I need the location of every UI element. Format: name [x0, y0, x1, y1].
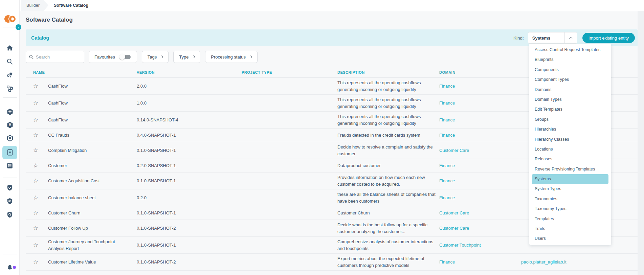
kind-option[interactable]: Systems: [532, 174, 608, 184]
import-existing-entity-button[interactable]: Import existing entity: [582, 33, 635, 43]
blueprint-icon[interactable]: [0, 85, 20, 92]
cell-description: Frauds detected in the credit cards syst…: [337, 132, 439, 139]
bell-icon[interactable]: [0, 264, 20, 272]
favourite-star-icon[interactable]: ☆: [26, 117, 48, 123]
catalog-card-icon[interactable]: [0, 148, 20, 156]
cell-domain-link[interactable]: Finance: [439, 178, 521, 184]
search-icon: [29, 54, 34, 60]
cell-domain-link[interactable]: Finance: [439, 100, 521, 107]
kind-option[interactable]: Groups: [532, 115, 608, 124]
table-row[interactable]: ☆ Customer Lifetime Value 0.1.0-SNAPSHOT…: [26, 254, 638, 271]
kind-option[interactable]: Taxonomies: [532, 194, 608, 204]
sidebar: B: [0, 0, 20, 275]
cell-name: CashFlow: [48, 100, 137, 107]
cell-name: Customer Lifetime Value: [48, 259, 137, 266]
favourite-star-icon[interactable]: ☆: [26, 178, 48, 184]
svg-text:B: B: [8, 123, 11, 127]
kind-option[interactable]: Component Types: [532, 75, 608, 85]
cell-domain-link[interactable]: Customer Touchpoint: [439, 242, 521, 249]
cell-domain-link[interactable]: Finance: [439, 162, 521, 169]
notification-dot: [13, 266, 16, 269]
kind-option[interactable]: Traits: [532, 224, 608, 234]
favourite-star-icon[interactable]: ☆: [26, 242, 48, 248]
favourite-star-icon[interactable]: ☆: [26, 83, 48, 89]
app-logo-icon[interactable]: [4, 13, 16, 26]
search-input[interactable]: [36, 54, 81, 60]
kind-option[interactable]: Taxonomy Types: [532, 204, 608, 214]
cell-domain-link[interactable]: Finance: [439, 132, 521, 139]
kind-option[interactable]: Templates: [532, 214, 608, 224]
cell-owner-link[interactable]: paolo.platter_agilelab.it: [521, 259, 638, 266]
cell-name: Customer Churn: [48, 210, 137, 216]
favourite-star-icon[interactable]: ☆: [26, 195, 48, 201]
type-label: Type: [179, 54, 188, 60]
column-header-domain[interactable]: DOMAIN: [439, 70, 521, 74]
cell-name: Customer Follow Up: [48, 225, 137, 232]
cell-domain-link[interactable]: Customer Care: [439, 210, 521, 216]
cell-description: Decide what is the best follow up for a …: [337, 222, 439, 235]
cell-version: 0.4.0-SNAPSHOT-1: [137, 132, 242, 139]
processing-status-filter[interactable]: Processing status: [205, 51, 258, 63]
cell-description: This represents all the operating cashfl…: [337, 79, 439, 93]
page-title: Software Catalog: [20, 11, 644, 29]
hexagon-plus-icon[interactable]: [0, 108, 20, 116]
sidebar-expand-button[interactable]: ›: [16, 24, 21, 30]
hexagon-target-icon[interactable]: [0, 134, 20, 142]
kind-option[interactable]: Domain Types: [532, 95, 608, 105]
cell-domain-link[interactable]: Customer Care: [439, 225, 521, 232]
cell-name: Customer: [48, 162, 137, 169]
shield-audit-icon[interactable]: [0, 211, 20, 219]
hexagon-b-icon[interactable]: B: [0, 121, 20, 129]
kind-option[interactable]: Locations: [532, 144, 608, 154]
favourite-star-icon[interactable]: ☆: [26, 259, 48, 265]
list-icon[interactable]: [0, 162, 20, 169]
favourite-star-icon[interactable]: ☆: [26, 210, 48, 216]
kind-option[interactable]: Releases: [532, 154, 608, 164]
kind-option[interactable]: Domains: [532, 85, 608, 95]
cell-version: 0.1.0-SNAPSHOT-2: [137, 259, 242, 266]
cell-domain-link[interactable]: Customer Care: [439, 147, 521, 154]
kind-option[interactable]: Components: [532, 65, 608, 75]
chevron-right-icon: [160, 55, 163, 58]
favourite-star-icon[interactable]: ☆: [26, 147, 48, 153]
table-row[interactable]: ☆ Customer Onboarding 0.1.0-SNAPSHOT-1 P…: [26, 271, 638, 275]
cell-name: Complain Mitigation: [48, 147, 137, 154]
kind-option[interactable]: Hierarchy Classes: [532, 135, 608, 144]
cell-domain-link[interactable]: Finance: [439, 259, 521, 266]
search-icon[interactable]: [0, 58, 20, 65]
home-icon[interactable]: [0, 44, 20, 52]
processing-status-label: Processing status: [211, 54, 246, 60]
kind-option[interactable]: Users: [532, 234, 608, 244]
kind-option[interactable]: Access Control Request Templates: [532, 45, 608, 55]
column-header-name[interactable]: NAME: [26, 70, 137, 74]
favourite-star-icon[interactable]: ☆: [26, 100, 48, 106]
cell-version: 0.14.0-SNAPSHOT-4: [137, 117, 242, 123]
tags-filter[interactable]: Tags: [142, 51, 169, 63]
breadcrumb-builder[interactable]: Builder: [21, 0, 48, 11]
cell-domain-link[interactable]: Finance: [439, 194, 521, 201]
shield-policy-icon[interactable]: [0, 198, 20, 205]
kind-option[interactable]: Reverse Provisioning Templates: [532, 164, 608, 174]
favourites-toggle[interactable]: [119, 54, 131, 60]
breadcrumb-current: Software Catalog: [54, 3, 88, 8]
favourite-star-icon[interactable]: ☆: [26, 163, 48, 168]
favourite-star-icon[interactable]: ☆: [26, 225, 48, 231]
sidebar-divider: [3, 178, 17, 178]
cell-domain-link[interactable]: Finance: [439, 117, 521, 123]
bubbles-icon[interactable]: [0, 71, 20, 79]
favourites-filter[interactable]: Favourites: [89, 51, 137, 63]
favourite-star-icon[interactable]: ☆: [26, 132, 48, 138]
shield-check-icon[interactable]: [0, 184, 20, 191]
kind-option[interactable]: Edit Templates: [532, 105, 608, 114]
column-header-project-type[interactable]: PROJECT TYPE: [242, 70, 337, 74]
cell-description: This represents all the operating cashfl…: [337, 113, 439, 127]
type-filter[interactable]: Type: [173, 51, 200, 63]
column-header-version[interactable]: VERSION: [137, 70, 242, 74]
kind-option[interactable]: Hierarchies: [532, 124, 608, 134]
kind-select[interactable]: Systems: [528, 32, 577, 44]
cell-domain-link[interactable]: Finance: [439, 83, 521, 90]
kind-option[interactable]: Blueprints: [532, 55, 608, 65]
cell-version: 0.1.0-SNAPSHOT-1: [137, 242, 242, 249]
kind-option[interactable]: System Types: [532, 184, 608, 194]
column-header-description[interactable]: DESCRIPTION: [337, 70, 439, 74]
